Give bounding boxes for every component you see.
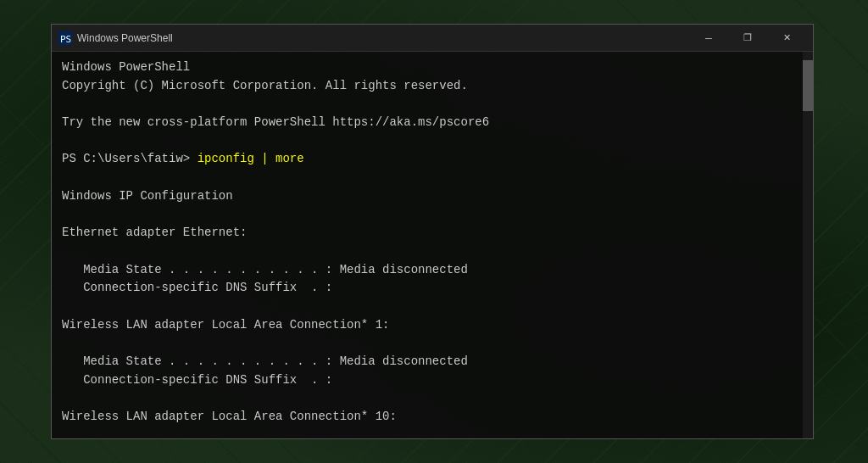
line-wlan10-header: Wireless LAN adapter Local Area Connecti… — [62, 410, 397, 423]
line-wlan1-header: Wireless LAN adapter Local Area Connecti… — [62, 318, 389, 332]
powershell-icon: PS — [58, 31, 72, 45]
prompt-text: PS C:\Users\fatiw> — [62, 152, 198, 165]
minimize-button[interactable]: ─ — [689, 25, 728, 52]
line-ip-config: Windows IP Configuration — [62, 189, 233, 203]
restore-button[interactable]: ❐ — [728, 25, 767, 52]
window-title: Windows PowerShell — [77, 32, 689, 44]
line-wlan1-dns: Connection-specific DNS Suffix . : — [62, 373, 332, 387]
title-bar: PS Windows PowerShell ─ ❐ ✕ — [52, 25, 813, 52]
scrollbar[interactable] — [803, 52, 813, 438]
window-controls: ─ ❐ ✕ — [689, 25, 806, 52]
powershell-window: PS Windows PowerShell ─ ❐ ✕ Windows Powe… — [51, 24, 814, 439]
line-pscore: Try the new cross-platform PowerShell ht… — [62, 115, 489, 129]
terminal-body[interactable]: Windows PowerShell Copyright (C) Microso… — [52, 52, 813, 438]
svg-text:PS: PS — [60, 34, 71, 45]
line-windows-powershell: Windows PowerShell — [62, 60, 190, 74]
line-wlan1-media: Media State . . . . . . . . . . . : Medi… — [62, 354, 468, 368]
line-eth-dns: Connection-specific DNS Suffix . : — [62, 281, 332, 294]
scrollbar-thumb[interactable] — [803, 60, 813, 111]
line-ethernet-header: Ethernet adapter Ethernet: — [62, 226, 247, 239]
line-prompt: PS C:\Users\fatiw> ipconfig | more — [62, 152, 304, 165]
line-copyright: Copyright (C) Microsoft Corporation. All… — [62, 79, 468, 92]
close-button[interactable]: ✕ — [767, 25, 806, 52]
terminal-output: Windows PowerShell Copyright (C) Microso… — [62, 59, 803, 438]
line-eth-media: Media State . . . . . . . . . . . : Medi… — [62, 263, 468, 276]
command-text: ipconfig | more — [198, 152, 304, 165]
